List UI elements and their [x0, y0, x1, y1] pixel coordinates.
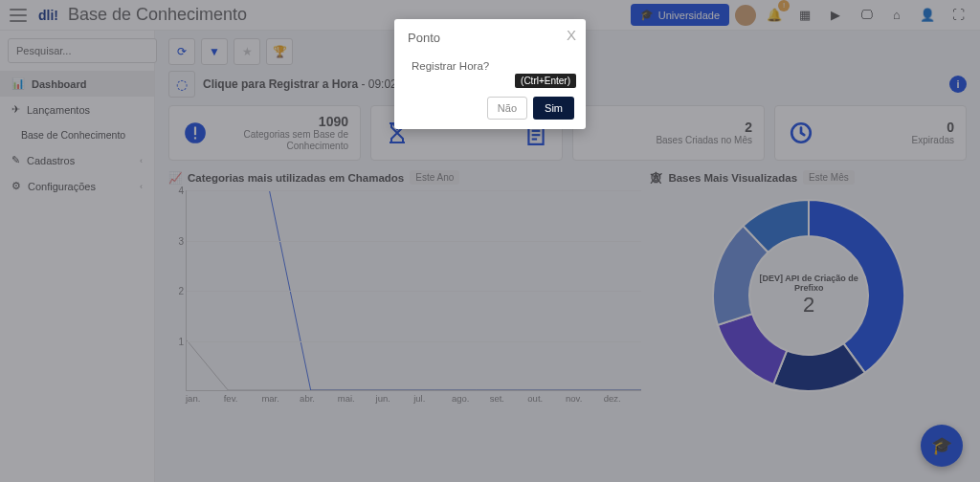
- yes-button[interactable]: Sim: [533, 97, 574, 120]
- shortcut-tooltip: (Ctrl+Enter): [515, 74, 576, 88]
- close-icon[interactable]: X: [567, 27, 576, 43]
- no-button[interactable]: Não: [487, 97, 527, 120]
- modal-title: Ponto: [408, 31, 440, 45]
- modal-ponto: Ponto X Registrar Hora? (Ctrl+Enter) Não…: [394, 19, 586, 129]
